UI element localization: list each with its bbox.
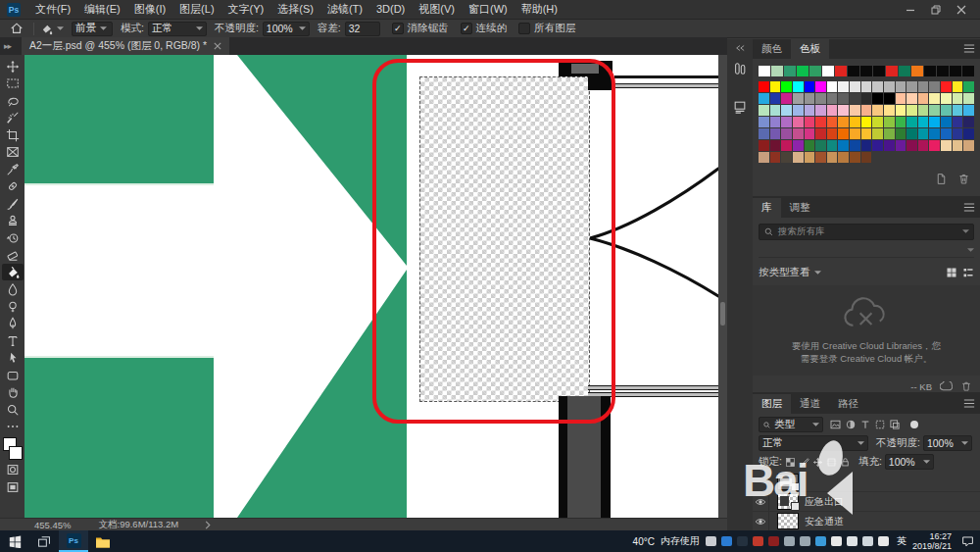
color-swatch[interactable] — [929, 105, 940, 116]
lock-pixels-icon[interactable] — [799, 457, 809, 468]
recent-swatch[interactable] — [911, 66, 923, 76]
properties-panel-icon[interactable] — [729, 98, 751, 115]
recent-swatch[interactable] — [937, 66, 949, 76]
color-swatch[interactable] — [781, 117, 792, 127]
color-swatch[interactable] — [850, 105, 860, 116]
hand-tool[interactable] — [2, 384, 24, 401]
menu-图像[interactable]: 图像(I) — [127, 0, 172, 19]
lock-position-icon[interactable] — [812, 457, 823, 468]
scrollbar-thumb[interactable] — [720, 302, 725, 326]
color-swatch[interactable] — [815, 128, 826, 139]
color-swatch[interactable] — [896, 140, 906, 151]
blur-tool[interactable] — [2, 281, 24, 298]
fill-input[interactable]: 100% — [885, 454, 934, 470]
globe-icon[interactable] — [862, 536, 873, 546]
color-swatch[interactable] — [781, 105, 792, 116]
tab-色板[interactable]: 色板 — [791, 39, 829, 59]
filter-adjustment-layers-icon[interactable] — [845, 419, 857, 430]
color-swatch[interactable] — [805, 128, 815, 139]
color-swatch[interactable] — [963, 93, 974, 104]
dodge-tool[interactable] — [2, 298, 24, 315]
view-by-type-select[interactable]: 按类型查看 — [759, 266, 810, 279]
menu-图层[interactable]: 图层(L) — [172, 0, 220, 19]
ime-icon[interactable] — [721, 536, 732, 546]
home-button[interactable] — [6, 21, 27, 37]
zoom-tool[interactable] — [2, 401, 24, 418]
checkbox-所有图层[interactable]: 所有图层 — [518, 22, 575, 35]
action-center-button[interactable] — [961, 535, 974, 547]
color-swatch[interactable] — [872, 117, 883, 127]
type-tool[interactable] — [2, 332, 24, 349]
layer-thumbnail[interactable] — [777, 474, 799, 490]
color-swatch[interactable] — [872, 140, 883, 151]
filter-type-layers-icon[interactable] — [859, 419, 871, 430]
color-swatch[interactable] — [793, 152, 804, 163]
color-swatch[interactable] — [781, 152, 792, 163]
close-button[interactable] — [951, 2, 972, 17]
minimize-button[interactable] — [900, 2, 921, 17]
color-swatch[interactable] — [906, 128, 917, 139]
lock-all-icon[interactable] — [840, 457, 851, 468]
color-swatch[interactable] — [815, 140, 826, 151]
color-swatch[interactable] — [896, 128, 906, 139]
layer-filter-select[interactable]: 类型 — [759, 417, 823, 432]
color-swatch[interactable] — [815, 81, 826, 92]
color-swatch[interactable] — [805, 93, 815, 104]
color-swatch[interactable] — [793, 117, 804, 127]
checkbox-连续的[interactable]: ✓连续的 — [461, 22, 508, 35]
color-swatch[interactable] — [884, 81, 895, 92]
color-swatch[interactable] — [770, 105, 781, 116]
menu-滤镜[interactable]: 滤镜(T) — [320, 0, 369, 19]
color-swatch[interactable] — [770, 128, 781, 139]
color-swatch[interactable] — [906, 81, 917, 92]
color-swatch[interactable] — [963, 117, 974, 127]
delete-swatch-icon[interactable] — [957, 173, 970, 190]
color-swatch[interactable] — [781, 93, 792, 104]
color-swatch[interactable] — [850, 152, 860, 163]
tab-调整[interactable]: 调整 — [781, 198, 819, 218]
color-swatch[interactable] — [815, 117, 826, 127]
color-swatch[interactable] — [896, 81, 906, 92]
move-tool[interactable] — [2, 58, 24, 75]
color-swatch[interactable] — [770, 140, 781, 151]
color-swatch[interactable] — [781, 128, 792, 139]
edit-toolbar-button[interactable] — [2, 419, 24, 435]
color-swatch[interactable] — [906, 140, 917, 151]
display-icon[interactable] — [784, 536, 795, 546]
color-swatch[interactable] — [929, 140, 940, 151]
color-swatch[interactable] — [759, 128, 769, 139]
color-swatch[interactable] — [805, 117, 815, 127]
color-swatch[interactable] — [918, 105, 929, 116]
vertical-scrollbar[interactable] — [718, 55, 727, 518]
filter-shape-layers-icon[interactable] — [874, 419, 886, 430]
color-swatch[interactable] — [906, 117, 917, 127]
color-swatch[interactable] — [918, 93, 929, 104]
panel-menu-icon[interactable] — [963, 44, 975, 53]
mouse-icon[interactable] — [831, 536, 842, 546]
audio-manager-icon[interactable] — [753, 536, 763, 546]
opacity-input[interactable]: 100% — [263, 22, 310, 36]
clone-stamp-tool[interactable] — [2, 213, 24, 229]
tab-图层[interactable]: 图层 — [753, 394, 791, 414]
menu-选择[interactable]: 选择(S) — [270, 0, 320, 19]
layer-name[interactable]: 安全通道 — [805, 515, 844, 528]
quick-mask-button[interactable] — [2, 462, 24, 478]
document-tab[interactable]: A2一层.psd @ 455% (图层 0, RGB/8) * — [22, 37, 229, 55]
color-swatch[interactable] — [963, 140, 974, 151]
recent-swatch[interactable] — [886, 66, 898, 76]
color-swatch[interactable] — [793, 93, 804, 104]
menu-编辑[interactable]: 编辑(E) — [77, 0, 127, 19]
layer-thumbnail[interactable] — [777, 493, 799, 510]
color-swatch[interactable] — [896, 93, 906, 104]
color-swatch[interactable] — [759, 105, 769, 116]
recent-swatch[interactable] — [822, 66, 834, 76]
color-swatch[interactable] — [838, 117, 849, 127]
color-swatch[interactable] — [929, 81, 940, 92]
color-swatch[interactable] — [872, 128, 883, 139]
color-swatch[interactable] — [781, 81, 792, 92]
recent-swatch[interactable] — [873, 66, 885, 76]
delete-library-icon[interactable] — [960, 380, 972, 392]
lasso-tool[interactable] — [2, 92, 24, 109]
display2-icon[interactable] — [800, 536, 810, 546]
color-swatch[interactable] — [872, 105, 883, 116]
